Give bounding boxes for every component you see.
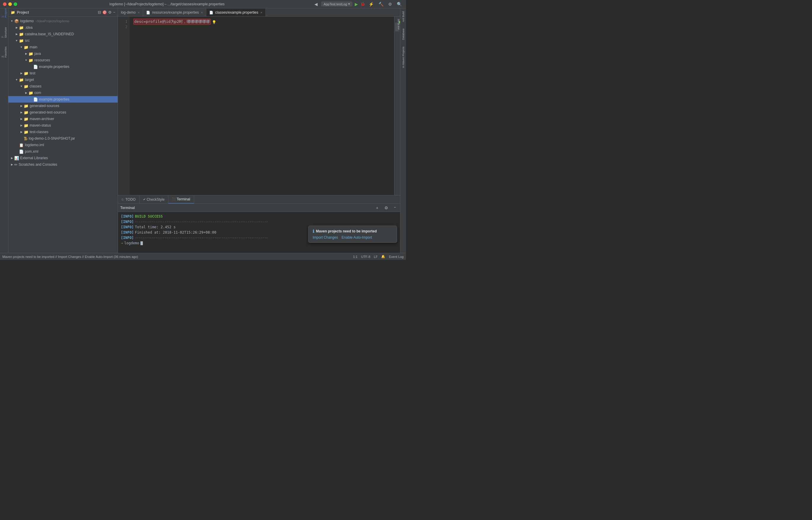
checkstyle-icon: ✔ <box>143 198 145 201</box>
enable-auto-import-link[interactable]: Enable Auto-Import <box>342 235 372 239</box>
search-everywhere-icon[interactable]: 🔍 <box>396 1 403 7</box>
tree-item-test-classes[interactable]: ▶ 📁 test-classes <box>8 129 118 135</box>
props-file-icon-target: 📄 <box>33 97 38 102</box>
tab-checkstyle[interactable]: ✔ CheckStyle <box>140 196 169 204</box>
status-bar-right: 1:1 UTF-8 LF 🔔 Event Log <box>353 255 404 259</box>
classes-props-tab-icon: 📄 <box>209 11 213 15</box>
notification-links: Import Changes Enable Auto-Import <box>313 235 393 239</box>
maven-projects-panel[interactable]: m Maven Projects <box>401 45 405 70</box>
tree-item-main[interactable]: ▼ 📁 main <box>8 44 118 50</box>
terminal-prompt-text: logdemo <box>124 240 139 246</box>
tree-label-com: com <box>34 91 41 95</box>
right-sidebar-gutter: Ant Build <box>394 17 400 195</box>
tab-classes-example[interactable]: 📄 classes/example.properties ✕ <box>206 8 266 16</box>
code-content[interactable]: desc=profile的id为p2时，哪哪哪哪哪哪 💡 <box>130 17 394 195</box>
tree-item-pom-xml[interactable]: 📄 pom.xml <box>8 148 118 155</box>
tab-terminal[interactable]: ⬛ Terminal <box>168 196 194 204</box>
resources-props-tab-icon: 📄 <box>146 11 150 15</box>
external-libs-icon: 📊 <box>14 156 19 160</box>
tree-content: ▼ 📦 logdemo ~/IdeaProjects/logdemo ▶ 📁 .… <box>8 17 118 253</box>
collapse-all-icon[interactable]: ⊟ <box>98 10 101 15</box>
tree-item-external-libs[interactable]: ▶ 📊 External Libraries <box>8 155 118 161</box>
tree-label-test: test <box>30 71 35 75</box>
tree-item-maven-status[interactable]: ▶ 📁 maven-status <box>8 122 118 129</box>
tree-item-generated-sources[interactable]: ▶ 📁 generated-sources <box>8 103 118 109</box>
tree-arrow-idea: ▶ <box>14 26 19 29</box>
code-highlighted-text: desc=profile的id为p2时，哪哪哪哪哪哪 <box>133 19 211 25</box>
tree-item-java[interactable]: ▶ 📁 java <box>8 50 118 57</box>
run-button[interactable]: ▶ <box>355 2 358 6</box>
term-finished-at: Finished at: 2018-11-02T15:26:29+08:00 <box>135 230 216 235</box>
tree-label-maven-archiver: maven-archiver <box>30 117 54 121</box>
locate-file-icon[interactable]: 🎯 <box>102 10 107 15</box>
classes-folder-icon: 📁 <box>24 84 28 89</box>
debug-button[interactable]: 🐞 <box>360 2 365 6</box>
tab-log-demo[interactable]: log-demo ✕ <box>118 8 143 16</box>
terminal-minimize-button[interactable]: − <box>393 205 398 211</box>
tab-resources-example[interactable]: 📄 resources/example.properties ✕ <box>143 8 206 16</box>
cursor-position[interactable]: 1:1 <box>353 255 357 259</box>
tree-item-test[interactable]: ▶ 📁 test <box>8 70 118 77</box>
terminal-settings-icon[interactable]: ⚙ <box>383 205 390 211</box>
maximize-button[interactable] <box>13 2 17 6</box>
run-config-selector[interactable]: AppTest.testLog ▾ <box>321 1 352 6</box>
ant-build-panel-label[interactable]: Ant Build <box>397 17 401 32</box>
src-folder-icon: 📁 <box>19 38 24 43</box>
build-button[interactable]: 🔨 <box>377 1 385 7</box>
test-classes-folder-icon: 📁 <box>24 130 28 134</box>
notification-title-text: Maven projects need to be imported <box>316 229 377 233</box>
tab-label-checkstyle: CheckStyle <box>147 198 165 202</box>
term-info-4: [INFO] <box>121 230 134 235</box>
tree-item-target[interactable]: ▼ 📁 target <box>8 77 118 83</box>
tree-item-resources[interactable]: ▼ 📁 resources <box>8 57 118 63</box>
terminal-arrow: → <box>121 240 123 246</box>
tree-item-classes[interactable]: ▼ 📁 classes <box>8 83 118 89</box>
tab-label-todo: TODO <box>125 198 135 202</box>
run-config-dropdown-icon[interactable]: ▾ <box>348 2 350 6</box>
tab-todo[interactable]: 6: TODO <box>118 196 140 204</box>
tree-label-scratches: Scratches and Consoles <box>19 162 57 166</box>
traffic-lights <box>3 2 17 6</box>
coverage-button[interactable]: ⚡ <box>368 1 375 7</box>
database-panel[interactable]: Database <box>401 27 405 42</box>
structure-panel-icon[interactable]: 7: Structure <box>1 29 8 36</box>
tab-close-classes[interactable]: ✕ <box>260 11 263 14</box>
settings-button[interactable]: ⚙ <box>387 1 393 7</box>
tree-item-maven-archiver[interactable]: ▶ 📁 maven-archiver <box>8 115 118 122</box>
tree-item-jar[interactable]: 🗜 log-demo-1.0-SNAPSHOT.jar <box>8 135 118 142</box>
term-info-1: [INFO] <box>121 214 134 219</box>
close-button[interactable] <box>3 2 6 6</box>
tree-item-src[interactable]: ▼ 📁 src <box>8 37 118 44</box>
line-separator[interactable]: LF <box>374 255 378 259</box>
tree-item-example-props-src[interactable]: 📄 example.properties <box>8 63 118 70</box>
tree-arrow-catalina: ▶ <box>14 33 19 35</box>
import-changes-link[interactable]: Import Changes <box>313 235 338 239</box>
tree-label-generated-test-sources: generated-test-sources <box>30 110 66 114</box>
tree-label-jar: log-demo-1.0-SNAPSHOT.jar <box>29 136 75 140</box>
tree-settings-icon[interactable]: ⚙ <box>108 10 112 15</box>
tab-close-resources[interactable]: ✕ <box>200 11 203 14</box>
encoding[interactable]: UTF-8 <box>361 255 370 259</box>
tab-label-resources-example: resources/example.properties <box>152 10 199 15</box>
tree-item-logdemo-iml[interactable]: 📋 logdemo.iml <box>8 142 118 148</box>
tree-item-catalina[interactable]: ▶ 📁 catalina.base_IS_UNDEFINED <box>8 31 118 37</box>
tree-arrow-target: ▼ <box>14 78 19 81</box>
minimize-button[interactable] <box>8 2 12 6</box>
favorites-panel-icon[interactable]: 2: Favorites <box>1 49 8 56</box>
tab-close-log-demo[interactable]: ✕ <box>137 11 140 14</box>
terminal-cursor <box>140 241 143 245</box>
tree-item-scratches[interactable]: ▶ ✏ Scratches and Consoles <box>8 161 118 168</box>
code-line-1: desc=profile的id为p2时，哪哪哪哪哪哪 💡 <box>133 19 390 24</box>
tree-item-example-props-target[interactable]: 📄 example.properties <box>8 96 118 103</box>
project-panel-icon[interactable]: 1: Project <box>1 9 8 17</box>
tree-item-generated-test-sources[interactable]: ▶ 📁 generated-test-sources <box>8 109 118 115</box>
tree-minimize-icon[interactable]: − <box>113 10 115 15</box>
tree-item-com[interactable]: ▶ 📁 com <box>8 89 118 96</box>
tree-item-idea[interactable]: ▶ 📁 .idea <box>8 24 118 31</box>
event-log-label[interactable]: Event Log <box>389 255 404 259</box>
hint-bulb-icon[interactable]: 💡 <box>212 20 216 24</box>
terminal-add-button[interactable]: + <box>374 205 380 211</box>
navigate-back-icon[interactable]: ◀ <box>313 1 319 7</box>
ant-build-panel[interactable]: Ant Build <box>401 9 405 24</box>
tree-item-logdemo[interactable]: ▼ 📦 logdemo ~/IdeaProjects/logdemo <box>8 18 118 24</box>
